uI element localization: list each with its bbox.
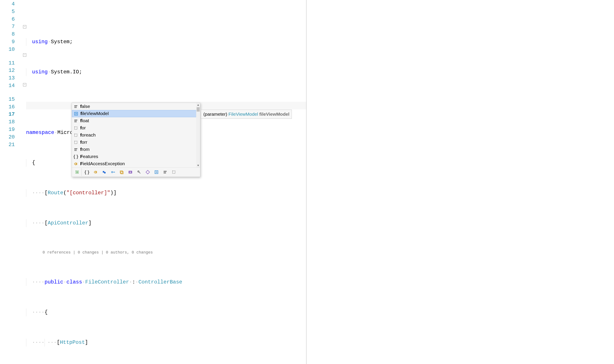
line-number: 20	[0, 133, 15, 141]
line-number: 4	[0, 0, 15, 8]
filter-expand-icon[interactable]	[73, 168, 82, 176]
svg-rect-24	[121, 171, 123, 174]
line-number-gutter: 456789101112131415161718192021	[0, 0, 19, 364]
svg-line-28	[139, 172, 140, 173]
completion-label: false	[80, 103, 90, 110]
code-line[interactable]: using·System.IO;	[26, 68, 306, 76]
svg-point-22	[114, 172, 115, 173]
completion-item[interactable]: for	[72, 124, 200, 131]
param-icon	[73, 112, 79, 116]
line-number: 6	[0, 16, 15, 23]
keyword: namespace	[26, 130, 54, 135]
completion-item[interactable]: FieldAccessException	[72, 160, 200, 167]
keyword: using	[32, 39, 48, 45]
line-number: 19	[0, 126, 15, 133]
completion-label: FieldAccessException	[80, 160, 125, 167]
completion-label: Features	[80, 153, 98, 160]
line-number: 17	[0, 111, 15, 118]
scroll-up-icon[interactable]: ▲	[197, 103, 199, 107]
svg-rect-9	[75, 127, 77, 129]
code-line[interactable]: ····public·class·FileController·:·Contro…	[26, 278, 306, 286]
code-editor[interactable]: 456789101112131415161718192021 − − − usi…	[0, 0, 307, 364]
scroll-thumb[interactable]	[197, 107, 200, 112]
completion-label: forr	[80, 139, 87, 145]
code-text: System;	[51, 39, 73, 45]
fold-toggle-icon[interactable]: −	[23, 83, 26, 86]
code-text: System.IO;	[51, 69, 82, 75]
code-line[interactable]: using·System;	[26, 38, 306, 46]
svg-rect-18	[103, 171, 104, 173]
line-number: 16	[0, 103, 15, 111]
fold-toggle-icon[interactable]: −	[23, 53, 26, 57]
filter-properties-icon[interactable]	[143, 168, 152, 176]
tooltip-name: fileViewModel	[259, 112, 289, 117]
svg-point-20	[111, 171, 113, 173]
filter-structures-icon[interactable]	[100, 168, 109, 176]
code-area[interactable]: using·System; using·System.IO; namespace…	[26, 0, 306, 364]
keyword: public	[44, 279, 63, 285]
code-line[interactable]: ····[ApiController]	[26, 220, 306, 227]
svg-rect-29	[146, 170, 150, 174]
glyph-margin	[19, 0, 23, 364]
class-icon: { }	[73, 153, 78, 160]
keyword: using	[32, 69, 48, 75]
scroll-down-icon[interactable]: ▼	[197, 163, 199, 167]
code-line[interactable]: ·······[HttpPost]	[26, 339, 306, 346]
completion-item[interactable]: foreach	[72, 131, 200, 139]
string: "[controller]"	[67, 190, 110, 196]
completion-item[interactable]: forr	[72, 139, 200, 146]
completion-item[interactable]: float	[72, 117, 200, 124]
line-number: 10	[0, 46, 15, 53]
tooltip-type: FileViewModel	[229, 112, 258, 117]
completion-popup[interactable]: falsefileViewModelfloatforforeachforrfro…	[72, 103, 200, 177]
svg-rect-34	[173, 171, 175, 173]
completion-label: foreach	[80, 132, 96, 138]
completion-item[interactable]: fileViewModel	[72, 110, 200, 117]
const-icon	[73, 119, 78, 123]
const-icon	[73, 104, 78, 109]
code-line[interactable]: ····{	[26, 309, 306, 316]
snippet-icon	[73, 133, 78, 137]
completion-label: fileViewModel	[80, 110, 109, 117]
line-number: 14	[0, 82, 15, 90]
fold-toggle-icon[interactable]: −	[23, 25, 26, 28]
svg-rect-11	[75, 141, 77, 144]
line-number: 11	[0, 59, 15, 67]
completion-list[interactable]: falsefileViewModelfloatforforeachforrfro…	[72, 103, 200, 167]
filter-methods-icon[interactable]	[135, 168, 143, 176]
filter-enums-icon[interactable]	[117, 168, 126, 176]
line-number: 8	[0, 31, 15, 38]
line-number: 9	[0, 38, 15, 46]
filter-snippets-icon[interactable]	[169, 168, 178, 176]
line-number: 18	[0, 118, 15, 126]
snippet-icon	[73, 126, 78, 130]
codelens[interactable]: 0 references | 0 changes | 0 authors, 0 …	[26, 250, 306, 256]
filter-delegates-icon[interactable]	[126, 168, 135, 176]
completion-item[interactable]: from	[72, 146, 200, 153]
filter-keywords-icon[interactable]	[161, 168, 169, 176]
attribute: Route	[48, 190, 63, 196]
completion-item[interactable]: { }Features	[72, 153, 200, 160]
line-number: 15	[0, 96, 15, 103]
const-icon	[73, 147, 78, 152]
completion-item[interactable]: false	[72, 103, 200, 110]
completion-label: for	[80, 125, 86, 131]
line-number: 13	[0, 75, 15, 82]
keyword: class	[67, 279, 82, 285]
filter-classes-icon[interactable]	[91, 168, 100, 176]
svg-rect-26	[129, 171, 131, 173]
filter-locals-icon[interactable]	[152, 168, 161, 176]
filter-interfaces-icon[interactable]	[109, 168, 117, 176]
code-line[interactable]: ····[Route("[controller]")]	[26, 189, 306, 197]
completion-filters[interactable]: { }	[72, 167, 200, 177]
tooltip-kind: (parameter)	[203, 112, 227, 117]
svg-rect-19	[104, 172, 106, 173]
scrollbar[interactable]: ▲ ▼	[196, 103, 200, 167]
line-number: 7	[0, 23, 15, 31]
line-number: 5	[0, 8, 15, 16]
completion-label: float	[80, 117, 89, 124]
attribute: HttpPost	[60, 339, 85, 345]
folding-column: − − −	[23, 0, 26, 364]
filter-namespaces-icon[interactable]: { }	[82, 168, 91, 176]
line-number: 12	[0, 67, 15, 75]
